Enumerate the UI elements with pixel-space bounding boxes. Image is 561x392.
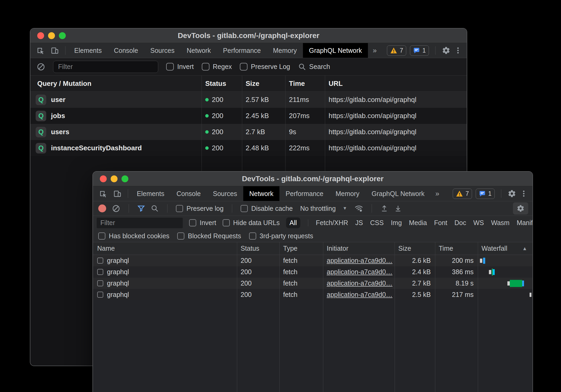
col-initiator[interactable]: Initiator [323, 245, 395, 252]
table-row[interactable]: Qusers 200 2.7 kB 9s https://gitlab.com/… [30, 124, 467, 140]
settings-gear-icon[interactable] [442, 46, 450, 55]
col-type[interactable]: Type [279, 245, 323, 252]
tab-sources[interactable]: Sources [144, 43, 181, 58]
request-type: fetch [279, 279, 323, 287]
chip-ws[interactable]: WS [473, 219, 484, 227]
issues-badge[interactable]: 1 [476, 189, 495, 199]
throttling-select[interactable]: No throttling ▼ [298, 205, 349, 212]
col-waterfall[interactable]: Waterfall ▲ [478, 245, 532, 252]
col-status[interactable]: Status [237, 245, 279, 252]
third-party-requests-checkbox[interactable]: 3rd-party requests [249, 232, 313, 240]
table-row[interactable]: graphql 200 fetch application-a7ca9d0… 2… [93, 289, 532, 300]
settings-gear-icon[interactable] [508, 189, 516, 198]
chip-doc[interactable]: Doc [454, 219, 466, 227]
col-time[interactable]: Time [285, 80, 325, 88]
tab-performance[interactable]: Performance [217, 43, 267, 58]
initiator-link[interactable]: application-a7ca9d0… [327, 268, 392, 276]
tab-network[interactable]: Network [243, 186, 280, 201]
issues-badge[interactable]: 1 [410, 45, 429, 56]
tab-memory[interactable]: Memory [267, 43, 303, 58]
record-button[interactable] [98, 204, 106, 212]
col-url[interactable]: URL [325, 80, 467, 88]
filter-input[interactable] [53, 61, 158, 73]
initiator-link[interactable]: application-a7ca9d0… [327, 279, 392, 287]
col-status[interactable]: Status [202, 80, 242, 88]
row-checkbox[interactable] [97, 258, 103, 264]
col-size[interactable]: Size [242, 80, 285, 88]
search-button[interactable]: Search [298, 63, 330, 71]
invert-checkbox[interactable]: Invert [189, 219, 216, 227]
col-time[interactable]: Time [435, 245, 478, 252]
initiator-link[interactable]: application-a7ca9d0… [327, 257, 392, 264]
table-row[interactable]: Qjobs 200 2.45 kB 207ms https://gitlab.c… [30, 108, 467, 124]
export-har-icon[interactable] [394, 204, 402, 212]
network-settings-button[interactable] [513, 202, 528, 214]
tab-network[interactable]: Network [181, 43, 217, 58]
col-query-mutation[interactable]: Query / Mutation [30, 80, 202, 88]
warnings-badge[interactable]: 7 [453, 189, 472, 199]
chip-manifest[interactable]: Manifest [517, 219, 533, 227]
tab-graphql-network[interactable]: GraphQL Network [366, 186, 431, 201]
clear-icon[interactable] [37, 63, 45, 71]
more-tabs-chevron-icon[interactable]: » [368, 43, 381, 58]
device-toolbar-icon[interactable] [113, 190, 121, 198]
filter-funnel-icon[interactable] [137, 205, 145, 212]
regex-checkbox[interactable]: Regex [202, 63, 232, 71]
minimize-button[interactable] [111, 175, 118, 182]
minimize-button[interactable] [48, 32, 55, 39]
table-row[interactable]: graphql 200 fetch application-a7ca9d0… 2… [93, 278, 532, 289]
tab-sources[interactable]: Sources [207, 186, 243, 201]
col-size[interactable]: Size [395, 245, 435, 252]
preserve-log-checkbox[interactable]: Preserve log [176, 205, 223, 212]
tab-elements[interactable]: Elements [131, 186, 170, 201]
tab-elements[interactable]: Elements [68, 43, 108, 58]
tab-memory[interactable]: Memory [329, 186, 365, 201]
kebab-menu-icon[interactable] [520, 190, 528, 198]
kebab-menu-icon[interactable] [454, 46, 462, 54]
has-blocked-cookies-checkbox[interactable]: Has blocked cookies [98, 232, 169, 240]
more-tabs-chevron-icon[interactable]: » [431, 186, 444, 201]
chip-font[interactable]: Font [434, 219, 447, 227]
table-row[interactable]: QinstanceSecurityDashboard 200 2.48 kB 2… [30, 140, 467, 156]
query-name: users [51, 128, 69, 136]
row-checkbox[interactable] [97, 269, 103, 275]
table-row[interactable]: graphql 200 fetch application-a7ca9d0… 2… [93, 255, 532, 266]
chip-wasm[interactable]: Wasm [491, 219, 509, 227]
close-button[interactable] [100, 175, 107, 182]
preserve-log-checkbox[interactable]: Preserve Log [240, 63, 290, 71]
waterfall-bar [478, 255, 532, 266]
hide-data-urls-checkbox[interactable]: Hide data URLs [223, 219, 280, 227]
blocked-requests-checkbox[interactable]: Blocked Requests [177, 232, 241, 240]
inspect-element-icon[interactable] [36, 46, 44, 55]
row-checkbox[interactable] [97, 280, 103, 286]
close-button[interactable] [37, 32, 44, 39]
invert-checkbox[interactable]: Invert [166, 63, 194, 71]
chip-media[interactable]: Media [409, 219, 427, 227]
chip-js[interactable]: JS [355, 219, 363, 227]
col-name[interactable]: Name [93, 245, 237, 252]
table-row[interactable]: Quser 200 2.57 kB 211ms https://gitlab.c… [30, 92, 467, 108]
chip-fetch-xhr[interactable]: Fetch/XHR [316, 219, 348, 227]
chip-all[interactable]: All [286, 217, 300, 228]
tab-performance[interactable]: Performance [279, 186, 329, 201]
chip-img[interactable]: Img [391, 219, 402, 227]
import-har-icon[interactable] [380, 204, 388, 212]
network-filter-input[interactable] [97, 218, 183, 228]
warnings-badge[interactable]: 7 [387, 45, 406, 56]
zoom-button[interactable] [121, 175, 128, 182]
row-checkbox[interactable] [97, 292, 103, 298]
clear-network-log-icon[interactable] [112, 204, 120, 213]
query-badge: Q [36, 111, 46, 121]
device-toolbar-icon[interactable] [51, 46, 59, 55]
initiator-link[interactable]: application-a7ca9d0… [327, 291, 392, 298]
tab-console[interactable]: Console [108, 43, 144, 58]
inspect-element-icon[interactable] [99, 190, 107, 198]
network-conditions-icon[interactable] [354, 204, 363, 213]
tab-graphql-network[interactable]: GraphQL Network [303, 43, 368, 58]
tab-console[interactable]: Console [170, 186, 207, 201]
search-icon[interactable] [151, 204, 159, 212]
zoom-button[interactable] [59, 32, 66, 39]
disable-cache-checkbox[interactable]: Disable cache [241, 205, 293, 212]
chip-css[interactable]: CSS [370, 219, 384, 227]
table-row[interactable]: graphql 200 fetch application-a7ca9d0… 2… [93, 266, 532, 278]
